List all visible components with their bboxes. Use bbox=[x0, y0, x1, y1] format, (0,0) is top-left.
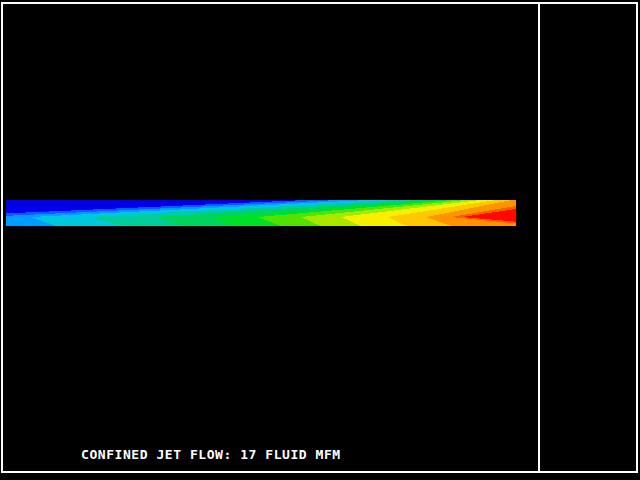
jet-contour-svg bbox=[6, 200, 516, 226]
legend-panel: PHOTON F14 0.000.050.100.150.200.260.310… bbox=[540, 2, 638, 473]
plot-caption: CONFINED JET FLOW: 17 FLUID MFM bbox=[81, 447, 341, 462]
graphics-viewport[interactable]: CONFINED JET FLOW: 17 FLUID MFM bbox=[1, 2, 540, 473]
photon-screen: CONFINED JET FLOW: 17 FLUID MFM PHOTON F… bbox=[0, 0, 640, 480]
